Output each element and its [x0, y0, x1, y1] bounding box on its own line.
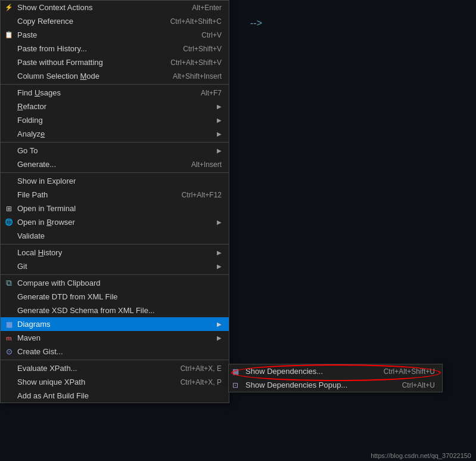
folding-label: Folding [17, 116, 43, 125]
show-dependencies-label: Show Dependencies... [245, 367, 323, 376]
menu-item-paste-without-formatting[interactable]: Paste without Formatting Ctrl+Alt+Shift+… [1, 55, 229, 69]
menu-item-generate[interactable]: Generate... Alt+Insert [1, 157, 229, 171]
menu-item-copy-reference[interactable]: Copy Reference Ctrl+Alt+Shift+C [1, 14, 229, 28]
folding-arrow: ▶ [217, 117, 222, 123]
menu-item-compare-clipboard[interactable]: ⧉ Compare with Clipboard [1, 276, 229, 290]
menu-item-analyze[interactable]: Analyze ▶ [1, 127, 229, 141]
show-unique-xpath-label: Show unique XPath [17, 378, 85, 386]
show-dependencies-popup-shortcut: Ctrl+Alt+U [402, 381, 435, 389]
menu-item-validate[interactable]: Validate [1, 229, 229, 243]
menu-item-goto[interactable]: Go To ▶ [1, 144, 229, 157]
column-selection-label: Column Selection Mode [17, 72, 99, 81]
show-context-actions-shortcut: Alt+Enter [192, 4, 222, 12]
validate-label: Validate [17, 231, 45, 240]
menu-item-diagrams[interactable]: ▦ Diagrams ▶ [1, 317, 229, 331]
show-context-actions-label: Show Context Actions [17, 3, 92, 12]
editor-arrow: --> [250, 18, 262, 29]
separator-3 [1, 172, 229, 173]
create-gist-label: Create Gist... [17, 347, 63, 356]
submenu-item-show-dependencies[interactable]: ▦ Show Dependencies... Ctrl+Alt+Shift+U [229, 364, 442, 378]
maven-label: Maven [17, 333, 41, 342]
menu-item-column-selection[interactable]: Column Selection Mode Alt+Shift+Insert [1, 69, 229, 83]
menu-item-show-context-actions[interactable]: ⚡ Show Context Actions Alt+Enter [1, 1, 229, 14]
generate-dtd-label: Generate DTD from XML File [17, 292, 118, 301]
generate-label: Generate... [17, 160, 56, 169]
paste-icon: 📋 [4, 30, 14, 40]
file-path-shortcut: Ctrl+Alt+F12 [182, 191, 222, 199]
menu-item-paste[interactable]: 📋 Paste Ctrl+V [1, 28, 229, 42]
status-bar: https://blog.csdn.net/qq_37022150 [366, 450, 476, 461]
goto-arrow: ▶ [217, 147, 222, 154]
menu-item-generate-xsd[interactable]: Generate XSD Schema from XML File... [1, 304, 229, 317]
show-unique-xpath-shortcut: Ctrl+Alt+X, P [181, 378, 222, 386]
goto-label: Go To [17, 146, 38, 155]
paste-without-formatting-shortcut: Ctrl+Alt+Shift+V [170, 58, 222, 67]
menu-item-refactor[interactable]: Refactor ▶ [1, 100, 229, 113]
paste-shortcut: Ctrl+V [201, 31, 222, 39]
local-history-label: Local History [17, 248, 62, 257]
menu-item-maven[interactable]: m Maven ▶ [1, 331, 229, 345]
separator-1 [1, 84, 229, 85]
menu-item-local-history[interactable]: Local History ▶ [1, 246, 229, 259]
refactor-arrow: ▶ [217, 103, 222, 110]
show-in-explorer-label: Show in Explorer [17, 177, 76, 185]
separator-6 [1, 360, 229, 360]
add-ant-build-label: Add as Ant Build File [17, 391, 89, 400]
context-menu: ⚡ Show Context Actions Alt+Enter Copy Re… [0, 0, 229, 403]
copy-reference-shortcut: Ctrl+Alt+Shift+C [170, 17, 222, 26]
find-usages-shortcut: Alt+F7 [201, 89, 222, 97]
column-selection-shortcut: Alt+Shift+Insert [173, 72, 222, 81]
menu-item-generate-dtd[interactable]: Generate DTD from XML File [1, 290, 229, 304]
show-deps-popup-icon: ⊡ [232, 381, 238, 389]
diagrams-submenu: ▦ Show Dependencies... Ctrl+Alt+Shift+U … [228, 364, 443, 392]
evaluate-xpath-shortcut: Ctrl+Alt+X, E [181, 364, 222, 373]
menu-item-file-path[interactable]: File Path Ctrl+Alt+F12 [1, 188, 229, 202]
menu-item-create-gist[interactable]: ⊙ Create Gist... [1, 345, 229, 358]
menu-item-paste-from-history[interactable]: Paste from History... Ctrl+Shift+V [1, 42, 229, 55]
git-label: Git [17, 262, 27, 271]
paste-from-history-label: Paste from History... [17, 44, 87, 53]
menu-item-show-unique-xpath[interactable]: Show unique XPath Ctrl+Alt+X, P [1, 375, 229, 389]
menu-item-evaluate-xpath[interactable]: Evaluate XPath... Ctrl+Alt+X, E [1, 361, 229, 375]
local-history-arrow: ▶ [217, 249, 222, 256]
show-dependencies-popup-label: Show Dependencies Popup... [245, 380, 347, 389]
menu-item-folding[interactable]: Folding ▶ [1, 113, 229, 127]
analyze-arrow: ▶ [217, 131, 222, 137]
copy-reference-label: Copy Reference [17, 17, 73, 26]
diagrams-label: Diagrams [17, 320, 51, 329]
compare-icon: ⧉ [4, 279, 14, 288]
git-arrow: ▶ [217, 263, 222, 270]
browser-icon: 🌐 [4, 218, 14, 227]
separator-4 [1, 244, 229, 245]
menu-item-show-in-explorer[interactable]: Show in Explorer [1, 174, 229, 188]
file-path-label: File Path [17, 190, 48, 199]
open-in-browser-label: Open in Browser [17, 218, 75, 227]
menu-item-open-in-browser[interactable]: 🌐 Open in Browser ▶ [1, 215, 229, 229]
analyze-label: Analyze [17, 129, 45, 138]
show-deps-icon: ▦ [232, 367, 239, 376]
separator-2 [1, 142, 229, 143]
paste-from-history-shortcut: Ctrl+Shift+V [183, 45, 222, 53]
open-in-terminal-label: Open in Terminal [17, 204, 76, 213]
menu-item-git[interactable]: Git ▶ [1, 259, 229, 273]
refactor-label: Refactor [17, 102, 46, 111]
find-usages-label: Find Usages [17, 88, 61, 97]
gist-icon: ⊙ [4, 347, 14, 357]
menu-item-find-usages[interactable]: Find Usages Alt+F7 [1, 86, 229, 100]
lightning-icon: ⚡ [4, 3, 14, 13]
menu-item-add-ant-build[interactable]: Add as Ant Build File [1, 389, 229, 403]
terminal-icon: ⊞ [4, 204, 14, 214]
diagrams-arrow: ▶ [217, 321, 222, 327]
paste-without-formatting-label: Paste without Formatting [17, 58, 103, 67]
submenu-item-show-dependencies-popup[interactable]: ⊡ Show Dependencies Popup... Ctrl+Alt+U [229, 378, 442, 392]
generate-xsd-label: Generate XSD Schema from XML File... [17, 306, 155, 315]
generate-shortcut: Alt+Insert [191, 160, 222, 169]
open-in-browser-arrow: ▶ [217, 219, 222, 225]
show-dependencies-shortcut: Ctrl+Alt+Shift+U [384, 367, 435, 376]
compare-clipboard-label: Compare with Clipboard [17, 279, 100, 287]
menu-item-open-in-terminal[interactable]: ⊞ Open in Terminal [1, 202, 229, 215]
paste-label: Paste [17, 30, 37, 39]
maven-arrow: ▶ [217, 335, 222, 341]
separator-5 [1, 274, 229, 275]
evaluate-xpath-label: Evaluate XPath... [17, 364, 77, 373]
